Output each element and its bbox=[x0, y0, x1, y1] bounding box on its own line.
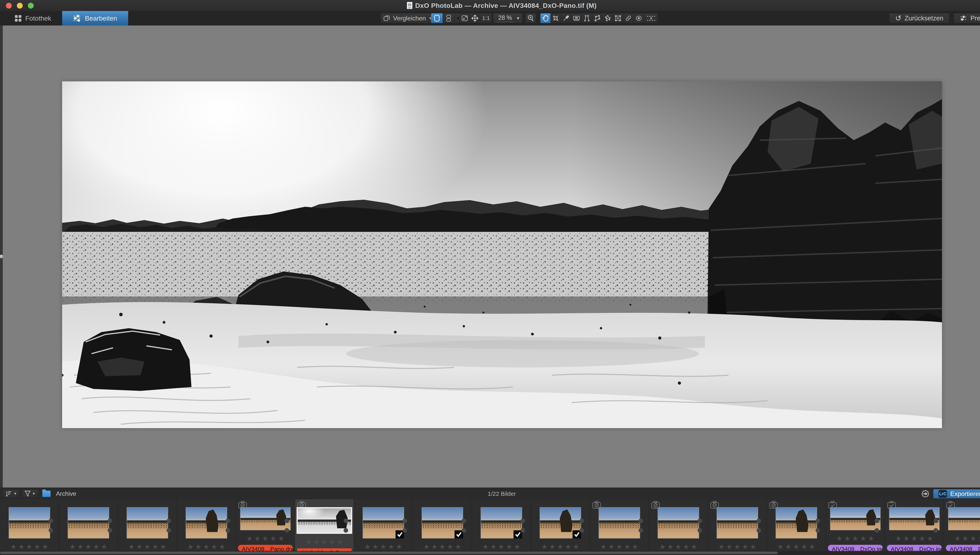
zoom-in-button[interactable] bbox=[525, 13, 536, 23]
photo-thumbnail[interactable] bbox=[481, 507, 522, 539]
fit-screen-button[interactable] bbox=[459, 13, 470, 23]
presets-button[interactable]: Presets bbox=[954, 13, 980, 23]
compare-label: Vergleichen bbox=[393, 15, 426, 22]
photo-thumbnail[interactable] bbox=[657, 507, 699, 539]
photo-thumbnail[interactable] bbox=[775, 507, 817, 539]
filmstrip-cell[interactable]: ★★★★★ AIV3408…DxOn.jpg bbox=[885, 499, 944, 551]
single-view-button[interactable] bbox=[431, 13, 443, 23]
filmstrip-cell[interactable]: ★★★★★ AIV34087.JPG bbox=[0, 499, 59, 551]
photo-thumbnail[interactable] bbox=[830, 507, 881, 530]
eye-icon bbox=[636, 16, 642, 21]
photo-thumbnail[interactable] bbox=[889, 507, 940, 530]
tab-bearbeiten[interactable]: Bearbeiten bbox=[62, 11, 128, 26]
filmstrip-scrollbar[interactable] bbox=[0, 551, 980, 555]
one-to-one-label: 1:1 bbox=[482, 15, 490, 21]
rating-stars[interactable]: ★★★★★ bbox=[599, 543, 640, 550]
red-eye-tool-button[interactable] bbox=[634, 13, 644, 23]
color-picker-tool-button[interactable] bbox=[561, 13, 571, 23]
repair-tool-button[interactable] bbox=[623, 13, 634, 23]
filmstrip-cell[interactable]: ★★★★★ AIV34085.JPG bbox=[118, 499, 177, 551]
local-adjustments-tool-button[interactable] bbox=[644, 13, 658, 23]
filmstrip-cell[interactable]: ★★★★★ AIV34086.ARW bbox=[413, 499, 472, 551]
current-folder-label: Archive bbox=[56, 490, 76, 497]
minimize-button[interactable] bbox=[17, 3, 23, 9]
image-canvas[interactable] bbox=[0, 26, 980, 488]
rating-stars[interactable]: ★★★★★ bbox=[835, 535, 876, 542]
filmstrip-cell[interactable]: ★★★★★ AIV34086.JPG bbox=[59, 499, 118, 551]
rating-stars[interactable]: ★★★★★ bbox=[304, 539, 345, 545]
rating-stars[interactable]: ★★★★★ bbox=[245, 535, 286, 542]
split-view-button[interactable] bbox=[443, 13, 454, 23]
rating-stars[interactable]: ★★★★★ bbox=[481, 543, 522, 550]
filmstrip-cell[interactable]: ★★★★★ AIV34084.JPG bbox=[177, 499, 236, 551]
photo-thumbnail[interactable] bbox=[240, 507, 291, 530]
photo-thumbnail[interactable] bbox=[126, 507, 168, 539]
rating-stars[interactable]: ★★★★★ bbox=[953, 535, 980, 542]
filmstrip-cell[interactable]: ★★★★★ AIV34087.ARW bbox=[354, 499, 413, 551]
rating-stars[interactable]: ★★★★★ bbox=[9, 543, 50, 550]
zoom-level-select[interactable]: 28 % ▼ bbox=[493, 13, 523, 23]
hand-tool-button[interactable] bbox=[540, 13, 551, 23]
filmstrip-cell[interactable]: ★★★★★ AIV34086_DxO.jpg bbox=[649, 499, 708, 551]
rating-stars[interactable]: ★★★★★ bbox=[776, 543, 817, 550]
rating-stars[interactable]: ★★★★★ bbox=[540, 543, 581, 550]
scrollbar-thumb[interactable] bbox=[0, 552, 778, 554]
file-name-label: AIV3408…DxOo.jpg bbox=[828, 545, 883, 551]
rating-stars[interactable]: ★★★★★ bbox=[658, 543, 699, 550]
filmstrip-cell[interactable]: ★★★★★ AIV3408…DxOo.jpg bbox=[826, 499, 885, 551]
filmstrip-cell[interactable]: ★★★★★ AIV34087_DxO.jpg bbox=[590, 499, 649, 551]
quad-points-icon bbox=[594, 15, 600, 21]
export-to-disk-button[interactable] bbox=[921, 489, 930, 498]
reshape-tool-button[interactable] bbox=[613, 13, 623, 23]
tab-bearbeiten-label: Bearbeiten bbox=[85, 14, 117, 22]
reset-button[interactable]: ↺ Zurücksetzen bbox=[889, 13, 950, 23]
presets-label: Presets bbox=[970, 14, 980, 22]
left-panel-handle[interactable] bbox=[0, 255, 3, 258]
photo-thumbnail[interactable] bbox=[422, 507, 463, 539]
force-parallel-tool-button[interactable] bbox=[582, 13, 592, 23]
rating-stars[interactable]: ★★★★★ bbox=[894, 535, 935, 542]
horizon-tool-button[interactable] bbox=[571, 13, 582, 23]
photo-thumbnail[interactable] bbox=[716, 507, 758, 539]
filter-button[interactable]: ▼ bbox=[22, 489, 38, 498]
zoom-window-button[interactable] bbox=[28, 3, 34, 9]
one-to-one-button[interactable]: 1:1 bbox=[480, 13, 492, 23]
sort-button[interactable]: ▼ bbox=[3, 489, 19, 498]
photo-thumbnail[interactable] bbox=[185, 507, 227, 539]
filmstrip: ★★★★★ AIV34087.JPG ★★★★★ AIV34086.JPG ★★… bbox=[0, 499, 980, 555]
perspective-4point-tool-button[interactable] bbox=[592, 13, 603, 23]
photo-thumbnail[interactable] bbox=[68, 507, 109, 539]
filmstrip-cell[interactable]: ★★★★★ AIV3408…Pano.dng bbox=[236, 499, 295, 551]
view-mode-segment: ▼ bbox=[431, 13, 462, 23]
filmstrip-cell[interactable]: ★★★★★ AIV34085_DxO.jpg bbox=[708, 499, 767, 551]
crop-tool-button[interactable] bbox=[551, 13, 561, 23]
rating-stars[interactable]: ★★★★★ bbox=[422, 543, 463, 550]
rating-stars[interactable]: ★★★★★ bbox=[363, 543, 404, 550]
status-dots bbox=[815, 518, 820, 533]
chevron-down-icon: ▼ bbox=[14, 492, 17, 496]
file-name-label: AIV3408…DxOn.jpg bbox=[887, 545, 942, 551]
pan-view-button[interactable] bbox=[470, 13, 480, 23]
photo-thumbnail[interactable] bbox=[540, 507, 581, 539]
rating-stars[interactable]: ★★★★★ bbox=[68, 543, 109, 550]
filmstrip-cell[interactable]: ★★★★★ AIV34085.ARW bbox=[472, 499, 531, 551]
close-button[interactable] bbox=[6, 3, 12, 9]
filmstrip-cell[interactable]: ★★★★★ AIV3408…O-Pano.tif bbox=[295, 499, 354, 551]
status-dots bbox=[639, 518, 643, 533]
photo-thumbnail[interactable] bbox=[948, 507, 980, 530]
tab-fotothek[interactable]: Fotothek bbox=[4, 11, 62, 26]
left-panel-collapse-strip[interactable] bbox=[0, 26, 3, 488]
filmstrip-cell[interactable]: ★★★★★ AIV34084_DxO.jpg bbox=[767, 499, 826, 551]
edited-photo[interactable] bbox=[62, 82, 942, 428]
export-button[interactable]: LrC Exportieren bbox=[934, 489, 980, 498]
filmstrip-cell[interactable]: ★★★★★ AIV3408…DxOm.jpg bbox=[944, 499, 980, 551]
photo-thumbnail[interactable] bbox=[9, 507, 50, 539]
rating-stars[interactable]: ★★★★★ bbox=[186, 543, 227, 550]
rating-stars[interactable]: ★★★★★ bbox=[127, 543, 168, 550]
photo-thumbnail[interactable] bbox=[599, 507, 640, 539]
filmstrip-cell[interactable]: ★★★★★ AIV34084.ARW bbox=[531, 499, 590, 551]
compare-button[interactable]: Vergleichen ▼ bbox=[380, 13, 435, 23]
photo-thumbnail[interactable] bbox=[363, 507, 404, 539]
rating-stars[interactable]: ★★★★★ bbox=[717, 543, 758, 550]
perspective-8point-tool-button[interactable] bbox=[603, 13, 613, 23]
